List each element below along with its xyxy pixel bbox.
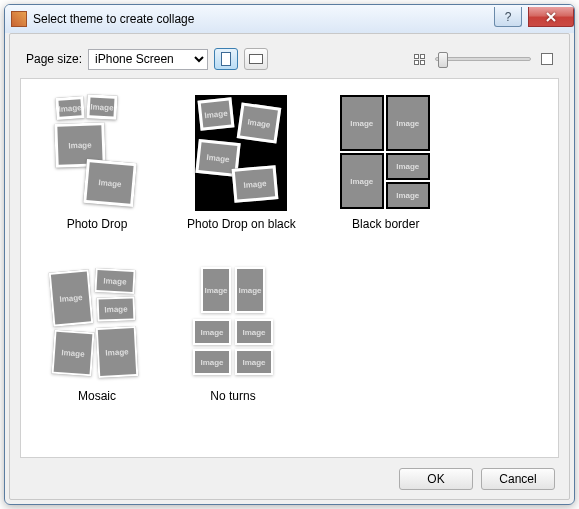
placeholder-icon: Image — [232, 165, 279, 203]
placeholder-icon: Image — [198, 97, 235, 130]
placeholder-icon: Image — [340, 95, 384, 151]
svg-rect-2 — [250, 55, 263, 64]
dialog-window: Select theme to create collage ? Page si… — [4, 4, 575, 505]
theme-black-border[interactable]: Image Image Image Image Image Black bord… — [340, 95, 432, 231]
placeholder-icon: Image — [340, 153, 384, 209]
placeholder-icon: Image — [83, 159, 137, 207]
window-title: Select theme to create collage — [33, 12, 494, 26]
placeholder-icon: Image — [386, 153, 430, 180]
svg-text:?: ? — [505, 11, 512, 23]
placeholder-icon: Image — [94, 268, 135, 294]
orientation-landscape-button[interactable] — [244, 48, 268, 70]
slider-thumb[interactable] — [438, 52, 448, 68]
orientation-portrait-button[interactable] — [214, 48, 238, 70]
ok-button[interactable]: OK — [399, 468, 473, 490]
theme-label: Photo Drop — [67, 217, 128, 231]
placeholder-icon: Image — [193, 319, 231, 345]
thumbnail-large-icon — [541, 53, 553, 65]
thumbnail-size-icon — [414, 54, 425, 65]
theme-label: No turns — [210, 389, 255, 403]
placeholder-icon: Image — [235, 267, 265, 313]
toolbar: Page size: iPhone Screen — [20, 44, 559, 74]
placeholder-icon: Image — [235, 319, 273, 345]
page-size-label: Page size: — [26, 52, 82, 66]
footer: OK Cancel — [20, 458, 559, 490]
help-button[interactable]: ? — [494, 7, 522, 27]
thumbnail-size-slider[interactable] — [435, 57, 531, 61]
app-icon — [11, 11, 27, 27]
svg-rect-3 — [542, 54, 553, 65]
theme-mosaic[interactable]: Image Image Image Image Image Mosaic — [51, 267, 143, 403]
placeholder-icon: Image — [201, 267, 231, 313]
placeholder-icon: Image — [96, 326, 139, 378]
placeholder-icon: Image — [52, 330, 95, 377]
placeholder-icon: Image — [86, 94, 117, 120]
placeholder-icon: Image — [97, 296, 136, 321]
theme-label: Photo Drop on black — [187, 217, 296, 231]
page-size-select[interactable]: iPhone Screen — [88, 49, 208, 70]
theme-photo-drop-on-black[interactable]: Image Image Image Image Photo Drop on bl… — [187, 95, 296, 231]
theme-photo-drop[interactable]: Image Image Image Image Photo Drop — [51, 95, 143, 231]
placeholder-icon: Image — [386, 182, 430, 209]
theme-no-turns[interactable]: Image Image Image Image Image Image No t… — [187, 267, 279, 403]
close-button[interactable] — [528, 7, 574, 27]
placeholder-icon: Image — [55, 96, 84, 120]
placeholder-icon: Image — [237, 102, 282, 143]
placeholder-icon: Image — [235, 349, 273, 375]
theme-label: Black border — [352, 217, 419, 231]
theme-panel: Image Image Image Image Photo Drop Image… — [20, 78, 559, 458]
theme-label: Mosaic — [78, 389, 116, 403]
svg-rect-1 — [222, 53, 231, 66]
placeholder-icon: Image — [49, 269, 94, 326]
titlebar: Select theme to create collage ? — [5, 5, 574, 33]
placeholder-icon: Image — [386, 95, 430, 151]
cancel-button[interactable]: Cancel — [481, 468, 555, 490]
placeholder-icon: Image — [193, 349, 231, 375]
client-area: Page size: iPhone Screen Image — [9, 33, 570, 500]
